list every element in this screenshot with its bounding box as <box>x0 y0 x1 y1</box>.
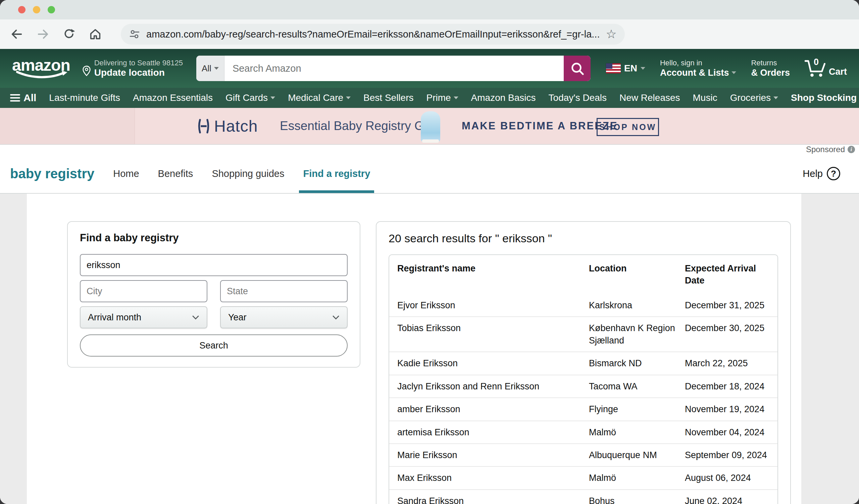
magnifier-icon <box>569 61 585 76</box>
nav-item[interactable]: Today's Deals <box>548 93 607 103</box>
registrant-name-link[interactable]: Sandra Eriksson <box>389 490 589 504</box>
home-icon <box>89 28 102 41</box>
all-menu-button[interactable]: All <box>10 92 36 104</box>
nav-item[interactable]: Music <box>693 93 718 103</box>
registrant-location: Karlskrona <box>589 294 685 316</box>
reload-button[interactable] <box>62 27 76 42</box>
amazon-search-bar: All <box>196 56 590 81</box>
info-icon[interactable]: i <box>848 146 855 153</box>
hatch-product-image <box>421 111 440 142</box>
column-header-name: Registrant's name <box>389 255 589 282</box>
amazon-smile-icon <box>15 71 69 79</box>
address-bar[interactable]: amazon.com/baby-reg/search-results?nameO… <box>121 24 625 45</box>
subnav-tab[interactable]: Shopping guides <box>209 154 287 193</box>
site-settings-icon <box>129 29 140 40</box>
browser-toolbar: amazon.com/baby-reg/search-results?nameO… <box>0 19 859 49</box>
table-row: Tobias Eriksson København K Region Sjæll… <box>389 316 778 351</box>
sponsored-banner[interactable]: Hatch Essential Baby Registry Gift MAKE … <box>0 108 859 145</box>
nav-item[interactable]: Groceries <box>730 93 778 103</box>
nav-item[interactable]: Amazon Essentials <box>133 93 213 103</box>
search-submit-button[interactable] <box>564 56 590 81</box>
language-selector[interactable]: EN <box>606 63 645 74</box>
registrant-location: Malmö <box>589 421 685 443</box>
city-input[interactable] <box>80 280 207 302</box>
registrant-location: Flyinge <box>589 398 685 420</box>
hatch-logo: Hatch <box>197 117 258 136</box>
nav-item[interactable]: Prime <box>426 93 458 103</box>
search-input[interactable] <box>225 56 564 81</box>
chevron-down-icon <box>214 67 219 70</box>
minimize-window-button[interactable] <box>33 6 40 13</box>
cart-button[interactable]: 0 Cart <box>805 59 847 78</box>
registrant-location: Albuquerque NM <box>589 444 685 466</box>
expected-arrival-date: March 22, 2025 <box>685 352 778 374</box>
registrant-name-link[interactable]: amber Eriksson <box>389 398 589 420</box>
registrant-name-link[interactable]: Marie Eriksson <box>389 444 589 466</box>
zoom-window-button[interactable] <box>48 6 55 13</box>
forward-button[interactable] <box>35 27 50 42</box>
subnav-tab[interactable]: Find a registry <box>300 154 373 193</box>
nav-item[interactable]: Last-minute Gifts <box>49 93 120 103</box>
account-menu[interactable]: Hello, sign in Account & Lists <box>660 59 737 78</box>
home-button[interactable] <box>88 27 103 42</box>
table-row: Max Eriksson Malmö August 06, 2024 <box>389 466 778 489</box>
subnav-tab[interactable]: Home <box>110 154 141 193</box>
url-text: amazon.com/baby-reg/search-results?nameO… <box>146 29 600 40</box>
delivery-location[interactable]: Delivering to Seattle 98125 Update locat… <box>81 59 183 78</box>
reload-icon <box>62 28 76 41</box>
back-arrow-icon <box>10 28 24 41</box>
nav-item-shop-stocking-stuffers[interactable]: Shop Stocking Stuffers <box>791 93 859 103</box>
search-results-card: 20 search results for " eriksson " Regis… <box>376 221 791 504</box>
search-scope-dropdown[interactable]: All <box>196 56 225 81</box>
sponsored-label: Sponsored <box>806 145 845 154</box>
arrival-month-select[interactable]: Arrival month <box>80 306 207 328</box>
chevron-down-icon <box>732 72 736 74</box>
expected-arrival-date: June 02, 2024 <box>685 490 778 504</box>
registrant-name-link[interactable]: Jaclyn Eriksson and Renn Eriksson <box>389 375 589 397</box>
registrant-name-link[interactable]: Tobias Eriksson <box>389 317 589 339</box>
chevron-down-icon <box>346 96 351 99</box>
location-pin-icon <box>81 65 92 77</box>
baby-registry-brand[interactable]: baby registry <box>10 166 94 181</box>
banner-tagline: Essential Baby Registry Gift <box>280 119 434 133</box>
registrant-location: Bismarck ND <box>589 352 685 374</box>
table-row: artemisa Eriksson Malmö November 04, 202… <box>389 421 778 443</box>
column-header-date: Expected Arrival Date <box>685 255 778 294</box>
registrant-location: Tacoma WA <box>589 375 685 397</box>
registrant-name-link[interactable]: Ejvor Eriksson <box>389 294 589 316</box>
nav-item[interactable]: Medical Care <box>288 93 351 103</box>
column-header-location: Location <box>589 255 685 282</box>
nav-item[interactable]: Amazon Basics <box>471 93 536 103</box>
nav-item[interactable]: New Releases <box>619 93 680 103</box>
results-heading: 20 search results for " eriksson " <box>389 232 778 245</box>
sponsored-label-row: Sponsored i <box>0 145 859 154</box>
help-question-icon: ? <box>827 167 840 180</box>
bookmark-star-icon[interactable]: ☆ <box>606 28 617 40</box>
registrant-name-link[interactable]: Max Eriksson <box>389 467 589 489</box>
close-window-button[interactable] <box>18 6 26 13</box>
arrival-year-select[interactable]: Year <box>220 306 348 328</box>
state-input[interactable] <box>220 280 348 302</box>
form-search-button[interactable]: Search <box>80 334 348 357</box>
help-link[interactable]: Help ? <box>803 167 840 180</box>
nav-item[interactable]: Best Sellers <box>363 93 413 103</box>
expected-arrival-date: August 06, 2024 <box>685 467 778 489</box>
table-row: amber Eriksson Flyinge November 19, 2024 <box>389 397 778 420</box>
registrant-name-link[interactable]: Kadie Eriksson <box>389 352 589 374</box>
expected-arrival-date: September 09, 2024 <box>685 444 778 466</box>
baby-registry-subnav: baby registry Home Benefits Shopping gui… <box>0 154 859 194</box>
window-titlebar <box>0 0 859 19</box>
chevron-down-icon <box>641 67 645 70</box>
nav-item[interactable]: Gift Cards <box>226 93 275 103</box>
banner-left-segment <box>0 108 135 144</box>
back-button[interactable] <box>10 27 24 42</box>
subnav-tab[interactable]: Benefits <box>155 154 196 193</box>
returns-orders-link[interactable]: Returns & Orders <box>751 59 790 78</box>
registrant-name-link[interactable]: artemisa Eriksson <box>389 421 589 443</box>
expected-arrival-date: November 04, 2024 <box>685 421 778 443</box>
registrant-name-input[interactable] <box>80 254 348 276</box>
amazon-logo[interactable]: amazon <box>12 58 70 78</box>
shop-now-button[interactable]: SHOP NOW <box>597 118 659 136</box>
us-flag-icon <box>606 63 621 74</box>
expected-arrival-date: December 31, 2025 <box>685 294 778 316</box>
